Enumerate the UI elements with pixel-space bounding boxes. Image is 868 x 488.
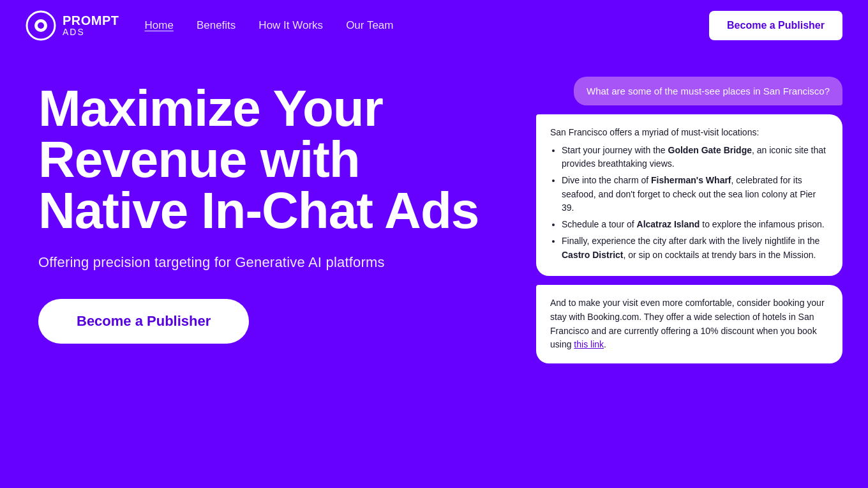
bullet-bold-0: Golden Gate Bridge — [668, 145, 752, 155]
chat-ad-link[interactable]: this link — [574, 339, 604, 349]
logo-icon — [26, 10, 56, 41]
hero-title: Maximize Your Revenue with Native In-Cha… — [38, 83, 498, 236]
navbar: PROMPT ADS Home Benefits How It Works Ou… — [0, 0, 868, 51]
chat-bot-bubble-1: San Francisco offers a myriad of must-vi… — [536, 114, 842, 276]
chat-user-message: What are some of the must-see places in … — [587, 86, 830, 96]
logo-prompt: PROMPT — [63, 13, 119, 27]
chat-ad-bubble: And to make your visit even more comfort… — [536, 285, 842, 363]
nav-item-our-team[interactable]: Our Team — [346, 19, 393, 32]
nav-link-benefits[interactable]: Benefits — [197, 19, 236, 31]
chat-panel: What are some of the must-see places in … — [536, 64, 842, 363]
nav-item-how-it-works[interactable]: How It Works — [258, 19, 323, 32]
hero-subtitle: Offering precision targeting for Generat… — [38, 254, 498, 271]
list-item: Dive into the charm of Fisherman's Wharf… — [562, 174, 828, 215]
main-content: Maximize Your Revenue with Native In-Cha… — [0, 51, 868, 488]
bullet-prefix-1: Dive into the charm of — [562, 175, 651, 185]
nav-item-benefits[interactable]: Benefits — [197, 19, 236, 32]
bullet-prefix-0: Start your journey with the — [562, 145, 668, 155]
bullet-prefix-3: Finally, experience the city after dark … — [562, 236, 819, 246]
chat-bot-intro: San Francisco offers a myriad of must-vi… — [550, 127, 759, 137]
chat-user-bubble: What are some of the must-see places in … — [574, 77, 842, 105]
svg-point-2 — [38, 22, 44, 29]
nav-link-our-team[interactable]: Our Team — [346, 19, 393, 31]
logo-ads: ADS — [63, 27, 119, 37]
bullet-bold-1: Fisherman's Wharf — [651, 175, 731, 185]
nav-item-home[interactable]: Home — [145, 19, 174, 32]
bullet-bold-3: Castro District — [562, 250, 623, 260]
list-item: Start your journey with the Golden Gate … — [562, 144, 828, 171]
hero-become-publisher-button[interactable]: Become a Publisher — [38, 299, 249, 344]
bullet-suffix-3: , or sip on cocktails at trendy bars in … — [623, 250, 816, 260]
chat-ad-suffix: . — [604, 339, 606, 349]
chat-bot-list: Start your journey with the Golden Gate … — [550, 144, 828, 263]
nav-become-publisher-button[interactable]: Become a Publisher — [709, 11, 842, 40]
list-item: Schedule a tour of Alcatraz Island to ex… — [562, 218, 828, 232]
nav-left: PROMPT ADS Home Benefits How It Works Ou… — [26, 10, 393, 41]
nav-link-home[interactable]: Home — [145, 19, 174, 31]
nav-links: Home Benefits How It Works Our Team — [145, 19, 394, 32]
hero-section: Maximize Your Revenue with Native In-Cha… — [38, 64, 498, 344]
bullet-prefix-2: Schedule a tour of — [562, 219, 637, 229]
nav-link-how-it-works[interactable]: How It Works — [258, 19, 323, 31]
bullet-bold-2: Alcatraz Island — [637, 219, 700, 229]
bullet-suffix-2: to explore the infamous prison. — [700, 219, 824, 229]
logo: PROMPT ADS — [26, 10, 119, 41]
logo-text: PROMPT ADS — [63, 13, 119, 37]
list-item: Finally, experience the city after dark … — [562, 234, 828, 262]
